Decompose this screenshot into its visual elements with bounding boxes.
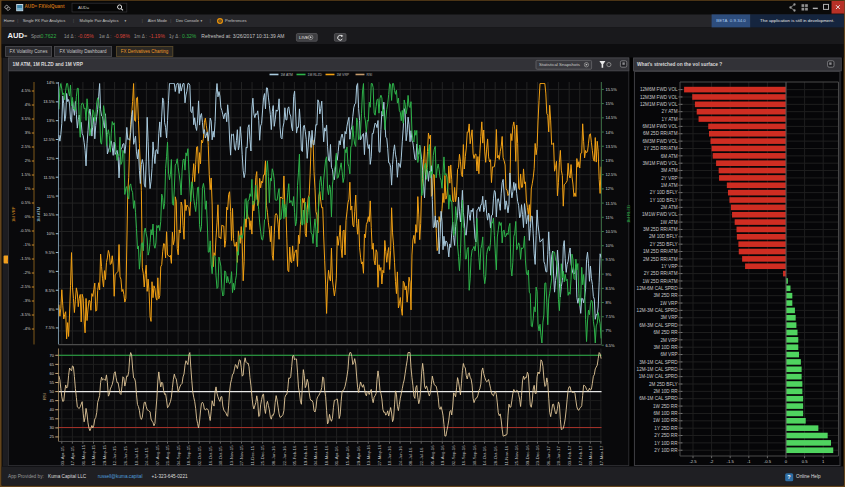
svg-text:70: 70: [50, 353, 55, 358]
svg-text:1M RLZD: 1M RLZD: [626, 205, 631, 223]
svg-text:1W VRP: 1W VRP: [660, 301, 678, 306]
svg-text:9.5%: 9.5%: [606, 257, 616, 262]
svg-text:6M-3M CAL SPRD: 6M-3M CAL SPRD: [639, 323, 678, 328]
svg-text:20-Jan-17: 20-Jan-17: [556, 446, 561, 466]
svg-text:55: 55: [50, 380, 55, 385]
svg-text:01-Apr-16: 01-Apr-16: [334, 446, 339, 466]
svg-text:1W 25D RR: 1W 25D RR: [653, 404, 678, 409]
svg-text:13.5%: 13.5%: [43, 99, 55, 104]
svg-text:3.5%: 3.5%: [21, 116, 31, 121]
svg-text:10.5%: 10.5%: [43, 212, 55, 217]
svg-text:-0.5%: -0.5%: [20, 228, 31, 233]
svg-text:12-Jun-15: 12-Jun-15: [112, 446, 117, 466]
svg-text:1%: 1%: [25, 186, 31, 191]
svg-text:1: 1: [822, 459, 825, 464]
svg-text:35: 35: [50, 416, 55, 421]
svg-text:08-Jul-16: 08-Jul-16: [408, 447, 413, 466]
svg-text:21-Aug-15: 21-Aug-15: [165, 445, 170, 466]
svg-text:12M-1M CAL SPRD: 12M-1M CAL SPRD: [637, 367, 679, 372]
svg-text:02-Oct-15: 02-Oct-15: [197, 446, 202, 466]
svg-text:-1.5%: -1.5%: [20, 256, 31, 261]
svg-text:17-Mar-17: 17-Mar-17: [599, 445, 604, 465]
svg-text:1M RLZD: 1M RLZD: [308, 73, 323, 77]
svg-text:8%: 8%: [49, 307, 55, 312]
svg-text:7.5%: 7.5%: [45, 325, 55, 330]
svg-text:7%: 7%: [606, 328, 612, 333]
svg-text:03-Apr-15: 03-Apr-15: [60, 446, 65, 466]
svg-text:2Y 10D BFLY: 2Y 10D BFLY: [650, 190, 678, 195]
svg-text:1W 25D RR/ATM: 1W 25D RR/ATM: [642, 279, 677, 284]
svg-text:0%: 0%: [25, 214, 31, 219]
svg-text:3M 25D RR/ATM: 3M 25D RR/ATM: [643, 227, 678, 232]
svg-text:12%: 12%: [606, 186, 614, 191]
svg-text:26-Jun-15: 26-Jun-15: [123, 446, 128, 466]
svg-text:25-Dec-15: 25-Dec-15: [260, 445, 265, 466]
svg-text:10%: 10%: [46, 231, 54, 236]
svg-text:03-Mar-17: 03-Mar-17: [588, 445, 593, 465]
svg-text:3M-1M CAL SPRD: 3M-1M CAL SPRD: [639, 360, 678, 365]
svg-text:-2%: -2%: [23, 270, 31, 275]
svg-text:10.5%: 10.5%: [606, 229, 618, 234]
svg-text:2M 25D RR/ATM: 2M 25D RR/ATM: [643, 257, 678, 262]
svg-text:13.5%: 13.5%: [606, 144, 618, 149]
svg-text:13-May-16: 13-May-16: [366, 444, 371, 465]
svg-text:12M-3M CAL SPRD: 12M-3M CAL SPRD: [637, 308, 679, 313]
svg-text:22-Jan-16: 22-Jan-16: [282, 446, 287, 466]
svg-text:2M 25D BFLY: 2M 25D BFLY: [649, 382, 678, 387]
svg-text:11%: 11%: [606, 215, 614, 220]
svg-text:9%: 9%: [49, 269, 55, 274]
svg-text:18-Sep-15: 18-Sep-15: [186, 445, 191, 466]
svg-text:45: 45: [50, 398, 55, 403]
svg-text:1M1W FWD VOL: 1M1W FWD VOL: [642, 212, 678, 217]
svg-text:12.5%: 12.5%: [43, 137, 55, 142]
svg-text:30-Sep-16: 30-Sep-16: [472, 445, 477, 466]
svg-text:RSI: RSI: [42, 393, 47, 400]
svg-text:9.5%: 9.5%: [45, 250, 55, 255]
svg-text:6M1M FWD VOL: 6M1M FWD VOL: [643, 124, 678, 129]
svg-text:2Y 25D RR/ATM: 2Y 25D RR/ATM: [644, 271, 678, 276]
svg-text:12M1M FWD VOL: 12M1M FWD VOL: [640, 102, 678, 107]
svg-text:6M 10D RR: 6M 10D RR: [654, 411, 679, 416]
svg-text:30-Oct-15: 30-Oct-15: [218, 446, 223, 466]
svg-text:-0.5: -0.5: [764, 459, 772, 464]
svg-text:24-Jun-16: 24-Jun-16: [398, 446, 403, 466]
svg-text:-3.5%: -3.5%: [20, 312, 31, 317]
svg-text:1W 10D RR: 1W 10D RR: [653, 418, 678, 423]
svg-text:13%: 13%: [46, 118, 54, 123]
svg-text:30: 30: [50, 425, 55, 430]
svg-text:28-Oct-16: 28-Oct-16: [493, 446, 498, 466]
svg-text:11.5%: 11.5%: [43, 175, 54, 180]
svg-text:02-Sep-16: 02-Sep-16: [451, 445, 456, 466]
svg-text:7.5%: 7.5%: [606, 314, 616, 319]
svg-text:27-May-16: 27-May-16: [377, 444, 382, 465]
svg-text:15.5%: 15.5%: [606, 87, 618, 92]
svg-text:0.5: 0.5: [802, 459, 808, 464]
svg-text:13%: 13%: [606, 158, 614, 163]
svg-text:19-Aug-16: 19-Aug-16: [440, 445, 445, 466]
svg-text:25: 25: [50, 434, 55, 439]
svg-text:03-Feb-17: 03-Feb-17: [567, 445, 572, 465]
svg-text:16-Oct-15: 16-Oct-15: [208, 446, 213, 466]
svg-text:17-Apr-15: 17-Apr-15: [70, 446, 75, 466]
svg-text:-2.5%: -2.5%: [20, 284, 31, 289]
svg-text:8.5%: 8.5%: [45, 288, 55, 293]
svg-text:2M 10D BFLY: 2M 10D BFLY: [649, 234, 678, 239]
svg-text:4.5%: 4.5%: [21, 88, 31, 93]
svg-text:10-Jun-16: 10-Jun-16: [387, 446, 392, 466]
svg-text:3M ATM: 3M ATM: [661, 168, 678, 173]
svg-text:12.5%: 12.5%: [606, 172, 618, 177]
svg-text:05-Feb-16: 05-Feb-16: [292, 445, 297, 465]
svg-text:1M 25D RR/ATM: 1M 25D RR/ATM: [643, 249, 678, 254]
svg-text:RSI: RSI: [366, 73, 372, 77]
svg-text:04-Sep-15: 04-Sep-15: [176, 445, 181, 466]
svg-text:1M ATM: 1M ATM: [36, 206, 41, 222]
svg-text:6M-1M CAL SPRD: 6M-1M CAL SPRD: [639, 396, 678, 401]
svg-text:06-Jan-17: 06-Jan-17: [546, 446, 551, 466]
svg-text:1M-1W CAL SPRD: 1M-1W CAL SPRD: [639, 374, 679, 379]
svg-text:8.5%: 8.5%: [606, 286, 616, 291]
svg-text:-2: -2: [710, 459, 714, 464]
svg-text:0.5%: 0.5%: [21, 200, 31, 205]
svg-text:1Y 25D RR/ATM: 1Y 25D RR/ATM: [644, 146, 678, 151]
svg-text:2Y VRP: 2Y VRP: [661, 176, 677, 181]
svg-text:18-Mar-16: 18-Mar-16: [324, 445, 329, 465]
